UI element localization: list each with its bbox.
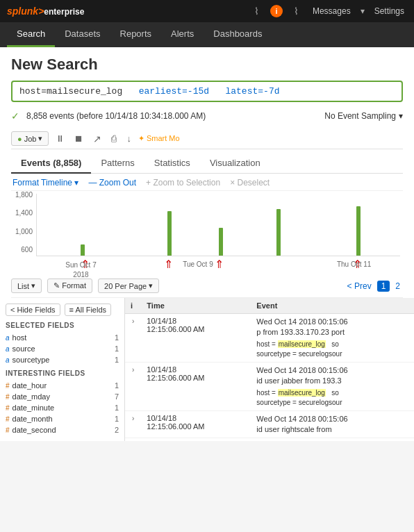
page-2-btn[interactable]: 2: [392, 281, 403, 292]
time-cell-1: 10/14/1812:15:06.000 AM: [141, 314, 251, 363]
field-date-hour[interactable]: # date_hour 1: [6, 380, 119, 391]
share-icon[interactable]: ↗: [90, 133, 104, 144]
search-host-term: host=mailsecure_log: [19, 86, 122, 97]
table-row: › 10/14/1812:15:06.000 AM Wed Oct 14 201…: [125, 410, 414, 438]
activity-icon[interactable]: ⌇: [250, 6, 263, 17]
field-name-host: host: [13, 333, 27, 342]
field-name-date-minute: date_minute: [13, 404, 55, 412]
field-count-date-minute: 1: [115, 404, 119, 412]
settings-link[interactable]: Settings: [372, 6, 407, 16]
y-axis: 1,800 1,400 1,000 600: [11, 191, 35, 253]
messages-link[interactable]: Messages: [310, 6, 354, 16]
host-highlight-1: mailsecure_log: [278, 340, 326, 348]
col-header-time: Time: [141, 298, 251, 314]
chart-bar-1: [81, 244, 85, 256]
expand-cell-2[interactable]: ›: [125, 362, 141, 410]
col-header-info: i: [125, 298, 141, 314]
expand-icon-2[interactable]: ›: [131, 365, 135, 375]
field-count-source: 1: [115, 344, 119, 353]
chart-bar-3: [219, 228, 223, 256]
chart-area[interactable]: ⇑ ⇑ ⇑ ⇑: [36, 194, 400, 256]
field-sourcetype[interactable]: a sourcetype 1: [6, 354, 119, 365]
nav-datasets[interactable]: Datasets: [55, 22, 110, 47]
events-count-text: 8,858 events (before 10/14/18 10:34:18.0…: [26, 111, 206, 121]
host-highlight-2: mailsecure_log: [278, 389, 326, 397]
print-icon[interactable]: ⎙: [108, 133, 119, 144]
stop-icon[interactable]: ⏹: [72, 133, 86, 144]
field-count-date-second: 2: [115, 426, 119, 434]
field-type-icon-date-month: #: [6, 415, 10, 423]
pagination: < Prev 1 2: [345, 281, 403, 292]
page-content: New Search host=mailsecure_log earliest=…: [0, 47, 414, 298]
format-dropdown-icon: ▾: [74, 178, 78, 188]
expand-icon-1[interactable]: ›: [131, 316, 135, 326]
main-nav: Search Datasets Reports Alerts Dashboard…: [0, 22, 414, 47]
field-name-date-hour: date_hour: [13, 381, 47, 390]
col-header-event: Event: [251, 298, 414, 314]
no-event-sampling-btn[interactable]: No Event Sampling ▾: [324, 111, 403, 121]
page-title: New Search: [11, 56, 403, 74]
sampling-dropdown-icon: ▾: [399, 111, 403, 121]
field-type-icon-source: a: [6, 345, 10, 353]
field-count-date-month: 1: [115, 415, 119, 423]
interesting-fields-title: INTERESTING FIELDS: [6, 369, 119, 377]
messages-dropdown-icon[interactable]: ▾: [361, 6, 365, 16]
field-source[interactable]: a source 1: [6, 343, 119, 354]
field-count-sourcetype: 1: [115, 356, 119, 364]
zoom-selection-btn[interactable]: + Zoom to Selection: [144, 178, 222, 188]
prev-btn[interactable]: < Prev: [345, 281, 374, 291]
search-earliest-term: earliest=-15d: [139, 86, 209, 97]
job-button[interactable]: ● Job ▾: [11, 131, 49, 146]
field-type-icon-host: a: [6, 334, 10, 342]
field-date-second[interactable]: # date_second 2: [6, 424, 119, 435]
search-latest-term: latest=-7d: [225, 86, 279, 97]
field-count-date-hour: 1: [115, 381, 119, 390]
event-cell-1: Wed Oct 14 2018 00:15:06 p from 193.33.1…: [251, 314, 414, 363]
tab-statistics[interactable]: Statistics: [144, 153, 200, 174]
all-fields-btn[interactable]: ≡ All Fields: [65, 304, 112, 316]
field-count-date-mday: 7: [115, 392, 119, 401]
field-name-date-month: date_month: [13, 415, 53, 423]
field-name-date-second: date_second: [13, 426, 56, 434]
field-type-icon-date-hour: #: [6, 382, 10, 390]
hide-fields-btn[interactable]: < Hide Fields: [6, 304, 60, 316]
nav-alerts[interactable]: Alerts: [161, 22, 204, 47]
activity2-icon[interactable]: ⌇: [290, 6, 303, 17]
format-timeline-btn[interactable]: Format Timeline ▾: [11, 178, 80, 188]
page-1-btn[interactable]: 1: [377, 281, 390, 292]
smart-mode-btn[interactable]: ✦ Smart Mo: [138, 134, 180, 143]
event-cell-3: Wed Oct 14 2018 00:15:06 id user rightsc…: [251, 410, 414, 438]
table-row: › 10/14/1812:15:06.000 AM Wed Oct 14 201…: [125, 362, 414, 410]
expand-cell-1[interactable]: ›: [125, 314, 141, 363]
tab-patterns[interactable]: Patterns: [91, 153, 144, 174]
field-count-host: 1: [115, 333, 119, 342]
field-date-mday[interactable]: # date_mday 7: [6, 391, 119, 402]
tab-visualization[interactable]: Visualization: [200, 153, 270, 174]
tab-events[interactable]: Events (8,858): [11, 153, 91, 174]
expand-icon-3[interactable]: ›: [131, 413, 135, 424]
field-date-minute[interactable]: # date_minute 1: [6, 402, 119, 413]
job-dropdown-icon: ▾: [38, 134, 42, 143]
check-icon: ✓: [11, 110, 19, 122]
list-dropdown-icon: ▾: [31, 281, 35, 290]
deselect-btn[interactable]: × Deselect: [229, 178, 271, 188]
toolbar: ● Job ▾ ⏸ ⏹ ↗ ⎙ ↓ ✦ Smart Mo: [11, 128, 403, 149]
fields-header: < Hide Fields ≡ All Fields: [6, 304, 119, 316]
export-icon[interactable]: ↓: [124, 133, 134, 144]
search-bar[interactable]: host=mailsecure_log earliest=-15d latest…: [11, 81, 403, 102]
events-table: i Time Event › 10/14/1812:15:06.000 AM W…: [125, 298, 414, 438]
fields-panel: < Hide Fields ≡ All Fields SELECTED FIEL…: [0, 298, 125, 441]
expand-cell-3[interactable]: ›: [125, 410, 141, 438]
field-host[interactable]: a host 1: [6, 332, 119, 343]
field-date-month[interactable]: # date_month 1: [6, 413, 119, 424]
nav-dashboards[interactable]: Dashboards: [204, 22, 272, 47]
zoom-out-btn[interactable]: — Zoom Out: [87, 178, 138, 188]
x-label-2: Tue Oct 9: [183, 260, 213, 268]
event-cell-2: Wed Oct 14 2018 00:15:06 id user jabber …: [251, 362, 414, 410]
info-button[interactable]: i: [270, 5, 283, 17]
x-axis: Sun Oct 7 2018 Tue Oct 9 Thu Oct 11: [36, 256, 403, 281]
nav-search[interactable]: Search: [7, 22, 55, 47]
time-cell-3: 10/14/1812:15:06.000 AM: [141, 410, 251, 438]
nav-reports[interactable]: Reports: [110, 22, 162, 47]
pause-icon[interactable]: ⏸: [53, 133, 67, 144]
